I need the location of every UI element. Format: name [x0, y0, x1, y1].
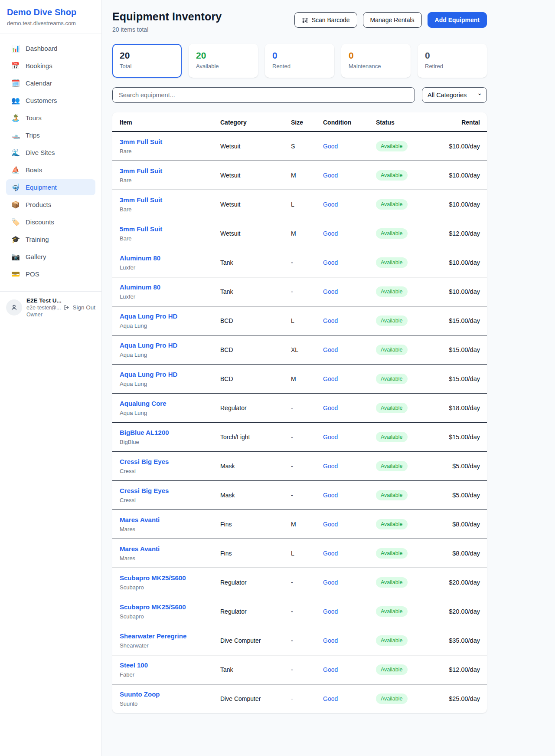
tours-icon: 🏝️	[11, 115, 20, 122]
sidebar-item-label: Bookings	[26, 62, 52, 69]
sidebar-item-products[interactable]: 📦 Products	[6, 197, 95, 213]
item-name-link[interactable]: Mares Avanti	[120, 516, 220, 523]
item-brand: Suunto	[120, 700, 220, 707]
category-select[interactable]: All Categories	[422, 87, 487, 103]
item-rental-rate: $15.00/day	[433, 335, 487, 365]
condition-link[interactable]: Good	[323, 404, 338, 411]
condition-link[interactable]: Good	[323, 666, 338, 673]
item-name-link[interactable]: Aluminum 80	[120, 283, 220, 291]
item-name-link[interactable]: Aqualung Core	[120, 400, 220, 407]
condition-link[interactable]: Good	[323, 695, 338, 702]
condition-link[interactable]: Good	[323, 317, 338, 324]
item-category: Mask	[220, 481, 291, 510]
item-name-link[interactable]: Aqua Lung Pro HD	[120, 342, 220, 349]
sidebar-item-dashboard[interactable]: 📊 Dashboard	[6, 40, 95, 56]
condition-link[interactable]: Good	[323, 579, 338, 586]
sidebar-item-discounts[interactable]: 🏷️ Discounts	[6, 214, 95, 230]
sign-out-button[interactable]: Sign Out	[63, 304, 95, 311]
item-name-link[interactable]: Mares Avanti	[120, 545, 220, 552]
item-category: Fins	[220, 539, 291, 568]
item-name-link[interactable]: Steel 100	[120, 661, 220, 669]
table-row: Aluminum 80 Luxfer Tank - Good Available…	[112, 277, 487, 306]
sidebar-item-label: Tours	[26, 114, 42, 122]
item-name-link[interactable]: Suunto Zoop	[120, 690, 220, 698]
sidebar-item-trips[interactable]: 🛥️ Trips	[6, 127, 95, 143]
condition-link[interactable]: Good	[323, 375, 338, 382]
item-name-link[interactable]: Scubapro MK25/S600	[120, 603, 220, 611]
condition-link[interactable]: Good	[323, 463, 338, 470]
item-rental-rate: $12.00/day	[433, 655, 487, 684]
item-name-link[interactable]: Cressi Big Eyes	[120, 458, 220, 465]
status-badge: Available	[376, 228, 408, 239]
item-size: -	[291, 394, 323, 423]
condition-link[interactable]: Good	[323, 608, 338, 615]
item-category: Torch/Light	[220, 423, 291, 452]
scan-barcode-button[interactable]: Scan Barcode	[294, 12, 357, 28]
condition-link[interactable]: Good	[323, 521, 338, 528]
item-name-link[interactable]: BigBlue AL1200	[120, 429, 220, 436]
stat-card-{key}[interactable]: 20 Available	[189, 44, 258, 78]
sidebar-item-label: Customers	[26, 97, 57, 104]
stat-card-{key}[interactable]: 0 Maintenance	[341, 44, 411, 78]
item-name-link[interactable]: Aluminum 80	[120, 254, 220, 262]
item-name-link[interactable]: 3mm Full Suit	[120, 196, 220, 204]
stats-row: 20 Total 20 Available 0 Rented 0 Mainten…	[112, 44, 487, 78]
sidebar-item-dive-sites[interactable]: 🌊 Dive Sites	[6, 145, 95, 161]
item-brand: Bare	[120, 206, 220, 213]
sidebar-item-boats[interactable]: ⛵ Boats	[6, 162, 95, 178]
item-size: -	[291, 597, 323, 626]
products-icon: 📦	[11, 201, 20, 208]
item-name-link[interactable]: 3mm Full Suit	[120, 138, 220, 145]
sidebar-item-tours[interactable]: 🏝️ Tours	[6, 110, 95, 126]
condition-link[interactable]: Good	[323, 288, 338, 295]
condition-link[interactable]: Good	[323, 434, 338, 440]
item-name-link[interactable]: 5mm Full Suit	[120, 225, 220, 233]
sidebar-item-equipment[interactable]: 🤿 Equipment	[6, 179, 95, 195]
sidebar-item-gallery[interactable]: 📷 Gallery	[6, 249, 95, 265]
stat-card-{key}[interactable]: 20 Total	[112, 44, 182, 78]
status-badge: Available	[376, 257, 408, 268]
table-row: Mares Avanti Mares Fins M Good Available…	[112, 510, 487, 539]
condition-link[interactable]: Good	[323, 637, 338, 644]
condition-link[interactable]: Good	[323, 230, 338, 237]
item-rental-rate: $20.00/day	[433, 568, 487, 597]
condition-link[interactable]: Good	[323, 550, 338, 557]
condition-link[interactable]: Good	[323, 492, 338, 499]
condition-link[interactable]: Good	[323, 346, 338, 353]
item-name-link[interactable]: 3mm Full Suit	[120, 167, 220, 174]
trips-icon: 🛥️	[11, 132, 20, 139]
condition-link[interactable]: Good	[323, 259, 338, 266]
condition-link[interactable]: Good	[323, 143, 338, 150]
item-size: M	[291, 161, 323, 190]
item-size: L	[291, 539, 323, 568]
sidebar-item-label: POS	[26, 270, 39, 278]
item-name-link[interactable]: Cressi Big Eyes	[120, 487, 220, 494]
item-category: Wetsuit	[220, 131, 291, 161]
item-brand: Luxfer	[120, 264, 220, 271]
user-icon	[10, 303, 18, 312]
item-name-link[interactable]: Scubapro MK25/S600	[120, 574, 220, 582]
table-row: Cressi Big Eyes Cressi Mask - Good Avail…	[112, 481, 487, 510]
item-name-link[interactable]: Aqua Lung Pro HD	[120, 312, 220, 320]
add-equipment-button[interactable]: Add Equipment	[428, 12, 487, 28]
stat-card-{key}[interactable]: 0 Rented	[265, 44, 334, 78]
manage-rentals-button[interactable]: Manage Rentals	[363, 12, 422, 28]
search-input[interactable]	[112, 87, 415, 103]
stat-card-{key}[interactable]: 0 Retired	[418, 44, 487, 78]
item-name-link[interactable]: Shearwater Peregrine	[120, 632, 220, 640]
status-badge: Available	[376, 490, 408, 500]
bookings-icon: 📅	[11, 62, 20, 69]
brand-name[interactable]: Demo Dive Shop	[7, 7, 95, 17]
condition-link[interactable]: Good	[323, 201, 338, 208]
item-name-link[interactable]: Aqua Lung Pro HD	[120, 371, 220, 378]
sidebar-item-pos[interactable]: 💳 POS	[6, 266, 95, 282]
sidebar-item-customers[interactable]: 👥 Customers	[6, 92, 95, 108]
sidebar-item-training[interactable]: 🎓 Training	[6, 231, 95, 247]
condition-link[interactable]: Good	[323, 172, 338, 179]
stat-label: Maintenance	[349, 63, 403, 69]
header-actions: Scan Barcode Manage Rentals Add Equipmen…	[294, 12, 487, 28]
sidebar-item-bookings[interactable]: 📅 Bookings	[6, 58, 95, 74]
calendar-icon: 🗓️	[11, 80, 20, 87]
sidebar-item-calendar[interactable]: 🗓️ Calendar	[6, 75, 95, 91]
item-rental-rate: $8.00/day	[433, 539, 487, 568]
